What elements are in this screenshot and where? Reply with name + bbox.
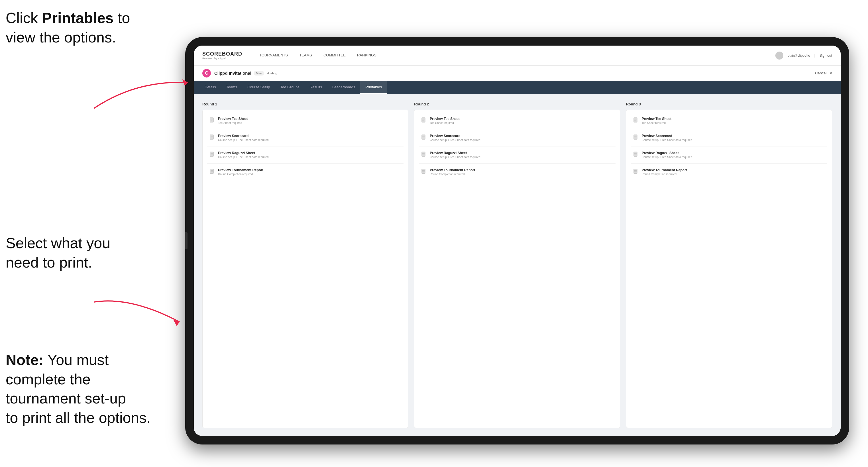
sign-out-link[interactable]: Sign out bbox=[819, 54, 832, 58]
r3-tournament-report[interactable]: Preview Tournament Report Round Completi… bbox=[631, 165, 827, 179]
divider bbox=[419, 146, 615, 147]
r3-scorecard-sub: Course setup + Tee Sheet data required bbox=[642, 138, 692, 142]
r2-scorecard-title: Preview Scorecard bbox=[430, 134, 480, 138]
r1-scorecard-sub: Course setup + Tee Sheet data required bbox=[218, 138, 269, 142]
r2-tournament-report-title: Preview Tournament Report bbox=[430, 168, 475, 172]
r3-tee-sheet[interactable]: Preview Tee Sheet Tee Sheet required bbox=[631, 114, 827, 127]
r1-tee-sheet[interactable]: Preview Tee Sheet Tee Sheet required bbox=[207, 114, 404, 127]
r2-tee-sheet-sub: Tee Sheet required bbox=[430, 121, 460, 125]
r3-tee-sheet-sub: Tee Sheet required bbox=[642, 121, 672, 125]
r1-tournament-report[interactable]: Preview Tournament Report Round Completi… bbox=[207, 165, 404, 179]
document-icon-3 bbox=[210, 152, 215, 158]
tournament-tag: Men bbox=[254, 71, 264, 75]
tablet-screen: SCOREBOARD Powered by clippd TOURNAMENTS… bbox=[194, 45, 841, 436]
user-email: blair@clippd.io bbox=[788, 54, 810, 58]
r1-tee-sheet-title: Preview Tee Sheet bbox=[218, 117, 248, 121]
round-2-title: Round 2 bbox=[414, 102, 620, 106]
r1-tee-sheet-sub: Tee Sheet required bbox=[218, 121, 248, 125]
main-content: Round 1 Preview Tee Sheet Tee Sheet requ… bbox=[194, 94, 841, 436]
r3-scorecard[interactable]: Preview Scorecard Course setup + Tee She… bbox=[631, 131, 827, 145]
annotation-bottom: Note: You mustcomplete thetournament set… bbox=[6, 350, 151, 427]
document-icon-5 bbox=[421, 117, 427, 124]
r3-tee-sheet-title: Preview Tee Sheet bbox=[642, 117, 672, 121]
r3-raguzzi[interactable]: Preview Raguzzi Sheet Course setup + Tee… bbox=[631, 148, 827, 161]
r1-scorecard-text: Preview Scorecard Course setup + Tee She… bbox=[218, 134, 269, 142]
divider bbox=[631, 146, 827, 147]
round-1-title: Round 1 bbox=[202, 102, 408, 106]
r3-tournament-report-text: Preview Tournament Report Round Completi… bbox=[642, 168, 687, 176]
hosting-label: Hosting bbox=[267, 71, 277, 75]
tab-printables[interactable]: Printables bbox=[360, 81, 387, 94]
r1-raguzzi-sub: Course setup + Tee Sheet data required bbox=[218, 156, 269, 159]
document-icon-12 bbox=[633, 169, 639, 176]
document-icon bbox=[210, 117, 215, 124]
nav-teams[interactable]: TEAMS bbox=[293, 45, 318, 65]
r2-raguzzi-text: Preview Raguzzi Sheet Course setup + Tee… bbox=[430, 151, 480, 159]
r2-scorecard-text: Preview Scorecard Course setup + Tee She… bbox=[430, 134, 480, 142]
r1-scorecard[interactable]: Preview Scorecard Course setup + Tee She… bbox=[207, 131, 404, 145]
nav-committee[interactable]: COMMITTEE bbox=[318, 45, 351, 65]
r3-tournament-report-title: Preview Tournament Report bbox=[642, 168, 687, 172]
r2-raguzzi-title: Preview Raguzzi Sheet bbox=[430, 151, 480, 155]
r2-raguzzi-sub: Course setup + Tee Sheet data required bbox=[430, 156, 480, 159]
tablet-device: SCOREBOARD Powered by clippd TOURNAMENTS… bbox=[185, 37, 849, 444]
tab-nav: Details Teams Course Setup Tee Groups Re… bbox=[194, 81, 841, 94]
top-nav: SCOREBOARD Powered by clippd TOURNAMENTS… bbox=[194, 45, 841, 65]
user-avatar bbox=[775, 52, 783, 60]
r3-scorecard-text: Preview Scorecard Course setup + Tee She… bbox=[642, 134, 692, 142]
tab-teams[interactable]: Teams bbox=[221, 81, 242, 94]
round-1-column: Round 1 Preview Tee Sheet Tee Sheet requ… bbox=[202, 102, 408, 428]
cancel-button[interactable]: Cancel bbox=[815, 71, 827, 75]
round-3-column: Round 3 Preview Tee Sheet Tee Sheet requ… bbox=[626, 102, 832, 428]
nav-separator: | bbox=[814, 54, 815, 58]
nav-rankings[interactable]: RANKINGS bbox=[351, 45, 382, 65]
tab-course-setup[interactable]: Course Setup bbox=[242, 81, 275, 94]
logo-area: SCOREBOARD Powered by clippd bbox=[202, 51, 242, 60]
sub-header-actions: Cancel × bbox=[815, 71, 832, 76]
top-nav-links: TOURNAMENTS TEAMS COMMITTEE RANKINGS bbox=[254, 45, 775, 65]
document-icon-10 bbox=[633, 134, 639, 141]
r1-raguzzi[interactable]: Preview Raguzzi Sheet Course setup + Tee… bbox=[207, 148, 404, 161]
r2-tournament-report-sub: Round Completion required bbox=[430, 173, 475, 176]
document-icon-7 bbox=[421, 152, 427, 158]
r1-raguzzi-title: Preview Raguzzi Sheet bbox=[218, 151, 269, 155]
annotation-bold: Printables bbox=[42, 10, 114, 26]
logo-title: SCOREBOARD bbox=[202, 51, 242, 57]
nav-tournaments[interactable]: TOURNAMENTS bbox=[254, 45, 293, 65]
document-icon-11 bbox=[633, 152, 639, 158]
round-1-card: Preview Tee Sheet Tee Sheet required bbox=[202, 110, 408, 428]
tab-tee-groups[interactable]: Tee Groups bbox=[275, 81, 305, 94]
r1-tournament-report-sub: Round Completion required bbox=[218, 173, 263, 176]
round-3-card: Preview Tee Sheet Tee Sheet required bbox=[626, 110, 832, 428]
annotation-top: Click Printables toview the options. bbox=[6, 8, 130, 47]
r2-raguzzi[interactable]: Preview Raguzzi Sheet Course setup + Tee… bbox=[419, 148, 615, 161]
r2-tournament-report[interactable]: Preview Tournament Report Round Completi… bbox=[419, 165, 615, 179]
annotation-middle: Select what youneed to print. bbox=[6, 234, 110, 272]
tournament-name: Clippd Invitational bbox=[214, 71, 251, 75]
r1-raguzzi-text: Preview Raguzzi Sheet Course setup + Tee… bbox=[218, 151, 269, 159]
tournament-logo: C bbox=[202, 69, 211, 77]
r2-tee-sheet[interactable]: Preview Tee Sheet Tee Sheet required bbox=[419, 114, 615, 127]
r3-raguzzi-title: Preview Raguzzi Sheet bbox=[642, 151, 692, 155]
document-icon-8 bbox=[421, 169, 427, 176]
r3-scorecard-title: Preview Scorecard bbox=[642, 134, 692, 138]
document-icon-9 bbox=[633, 117, 639, 124]
tab-results[interactable]: Results bbox=[305, 81, 327, 94]
r2-tournament-report-text: Preview Tournament Report Round Completi… bbox=[430, 168, 475, 176]
divider bbox=[207, 146, 404, 147]
tournament-logo-letter: C bbox=[205, 71, 208, 76]
r1-tournament-report-text: Preview Tournament Report Round Completi… bbox=[218, 168, 263, 176]
r3-tee-sheet-text: Preview Tee Sheet Tee Sheet required bbox=[642, 117, 672, 125]
r1-tournament-report-title: Preview Tournament Report bbox=[218, 168, 263, 172]
round-3-title: Round 3 bbox=[626, 102, 832, 106]
tab-leaderboards[interactable]: Leaderboards bbox=[327, 81, 360, 94]
top-nav-right: blair@clippd.io | Sign out bbox=[775, 52, 832, 60]
arrow-middle bbox=[80, 285, 188, 342]
r2-tee-sheet-title: Preview Tee Sheet bbox=[430, 117, 460, 121]
close-icon[interactable]: × bbox=[830, 71, 832, 76]
document-icon-6 bbox=[421, 134, 427, 141]
r3-raguzzi-text: Preview Raguzzi Sheet Course setup + Tee… bbox=[642, 151, 692, 159]
r2-scorecard[interactable]: Preview Scorecard Course setup + Tee She… bbox=[419, 131, 615, 145]
r3-raguzzi-sub: Course setup + Tee Sheet data required bbox=[642, 156, 692, 159]
tab-details[interactable]: Details bbox=[199, 81, 221, 94]
